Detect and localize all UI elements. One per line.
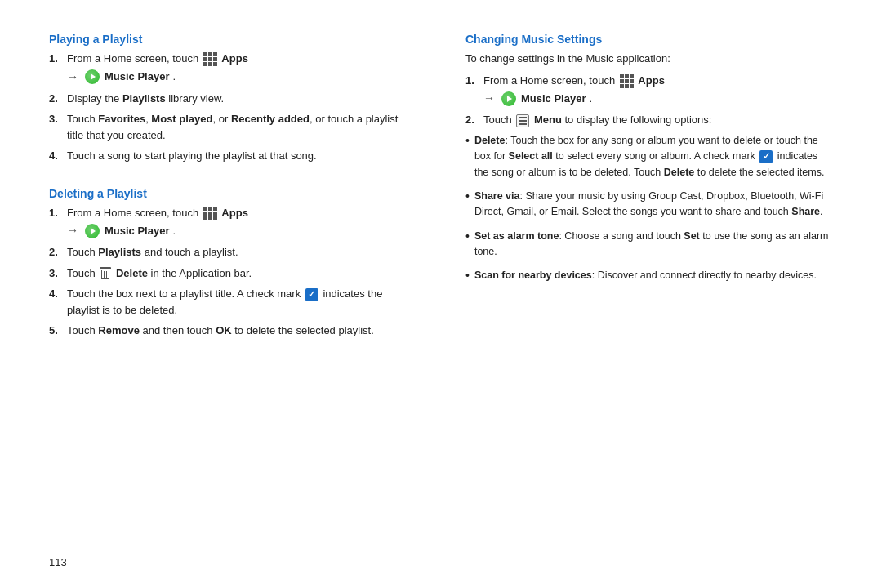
step-num: 4. — [49, 286, 64, 302]
step-num: 1. — [49, 51, 64, 67]
bullet-scan: Scan for nearby devices: Discover and co… — [466, 268, 833, 283]
step-text: Touch a song to start playing the playli… — [67, 148, 416, 164]
step-text: From a Home screen, touch Apps — [67, 51, 416, 67]
step-text: Touch Delete in the Application bar. — [67, 265, 416, 282]
arrow-icon: → — [483, 90, 495, 107]
deleting-playlist-section: Deleting a Playlist 1. From a Home scree… — [49, 187, 416, 344]
bullet-text: Set as alarm tone: Choose a song and tou… — [474, 229, 833, 261]
playing-playlist-section: Playing a Playlist 1. From a Home screen… — [49, 33, 416, 169]
apps-label: Apps — [221, 52, 248, 65]
intro-text: To change settings in the Music applicat… — [466, 51, 833, 68]
step-content: Touch the box next to a playlist title. … — [67, 286, 416, 318]
changing-music-steps: 1. From a Home screen, touch Apps → Musi… — [466, 73, 833, 128]
step-content: Touch Delete in the Application bar. — [67, 265, 416, 282]
bullet-alarm: Set as alarm tone: Choose a song and tou… — [466, 229, 833, 261]
apps-label: Apps — [221, 207, 248, 219]
arrow-line: → Music Player. — [67, 222, 416, 239]
step-play-4: 4. Touch a song to start playing the pla… — [49, 148, 416, 164]
playing-playlist-steps: 1. From a Home screen, touch Apps → Musi… — [49, 51, 416, 164]
step-content: Touch Remove and then touch OK to delete… — [67, 323, 416, 339]
music-player-icon — [501, 91, 516, 106]
step-num: 2. — [49, 91, 64, 107]
apps-icon — [203, 207, 217, 220]
step-text: From a Home screen, touch Apps — [483, 73, 833, 89]
step-text: Touch Playlists and touch a playlist. — [67, 244, 416, 261]
apps-icon — [620, 74, 634, 88]
step-num: 2. — [49, 244, 64, 261]
step-play-2: 2. Display the Playlists library view. — [49, 91, 416, 107]
check-icon — [760, 150, 773, 163]
step-text: Touch Menu to display the following opti… — [483, 112, 833, 128]
step-text: Display the Playlists library view. — [67, 91, 416, 107]
apps-icon — [203, 52, 217, 66]
step-num: 2. — [466, 112, 480, 128]
changing-music-section: Changing Music Settings To change settin… — [466, 33, 833, 292]
trash-icon — [100, 267, 111, 280]
step-num: 5. — [49, 323, 64, 339]
step-del-1: 1. From a Home screen, touch Apps → Musi… — [49, 205, 416, 240]
changing-music-title: Changing Music Settings — [466, 33, 833, 46]
step-text: From a Home screen, touch Apps — [67, 205, 416, 221]
step-music-1: 1. From a Home screen, touch Apps → Musi… — [466, 73, 833, 108]
step-text: Touch Remove and then touch OK to delete… — [67, 323, 416, 339]
step-del-2: 2. Touch Playlists and touch a playlist. — [49, 244, 416, 261]
arrow-line: → Music Player. — [67, 69, 416, 86]
bullet-text: Delete: Touch the box for any song or al… — [474, 133, 833, 180]
step-num: 3. — [49, 265, 64, 282]
music-player-label: Music Player — [105, 69, 170, 85]
step-num: 3. — [49, 111, 64, 127]
step-content: Display the Playlists library view. — [67, 91, 416, 107]
step-content: From a Home screen, touch Apps → Music P… — [67, 51, 416, 86]
playing-playlist-title: Playing a Playlist — [49, 33, 416, 46]
step-content: Touch Playlists and touch a playlist. — [67, 244, 416, 261]
right-column: Changing Music Settings To change settin… — [466, 33, 833, 555]
bullet-delete: Delete: Touch the box for any song or al… — [466, 133, 833, 180]
step-del-5: 5. Touch Remove and then touch OK to del… — [49, 323, 416, 339]
bullet-text: Scan for nearby devices: Discover and co… — [474, 268, 817, 283]
apps-label: Apps — [638, 74, 665, 87]
bullet-text: Share via: Share your music by using Gro… — [474, 189, 833, 220]
step-content: Touch Menu to display the following opti… — [483, 112, 833, 128]
deleting-playlist-title: Deleting a Playlist — [49, 187, 416, 200]
step-content: Touch a song to start playing the playli… — [67, 148, 416, 164]
music-player-label: Music Player — [105, 223, 170, 239]
step-del-3: 3. Touch Delete in the Application bar. — [49, 265, 416, 282]
step-num: 4. — [49, 148, 64, 164]
step-num: 1. — [466, 73, 480, 89]
check-icon — [305, 288, 318, 301]
bullet-share: Share via: Share your music by using Gro… — [466, 189, 833, 220]
arrow-icon: → — [67, 222, 78, 239]
arrow-line: → Music Player. — [483, 90, 833, 107]
step-text: Touch the box next to a playlist title. … — [67, 286, 416, 318]
music-player-label: Music Player — [521, 91, 586, 107]
step-play-1: 1. From a Home screen, touch Apps → Musi… — [49, 51, 416, 86]
deleting-playlist-steps: 1. From a Home screen, touch Apps → Musi… — [49, 205, 416, 339]
left-column: Playing a Playlist 1. From a Home screen… — [49, 33, 416, 555]
step-music-2: 2. Touch Menu to display the following o… — [466, 112, 833, 128]
menu-icon — [516, 114, 529, 127]
step-text: Touch Favorites, Most played, or Recentl… — [67, 111, 416, 143]
music-player-icon — [85, 69, 100, 84]
step-content: Touch Favorites, Most played, or Recentl… — [67, 111, 416, 143]
step-play-3: 3. Touch Favorites, Most played, or Rece… — [49, 111, 416, 143]
music-player-icon — [85, 224, 100, 238]
step-content: From a Home screen, touch Apps → Music P… — [67, 205, 416, 240]
arrow-icon: → — [67, 69, 78, 86]
page-number: 113 — [49, 556, 67, 568]
step-content: From a Home screen, touch Apps → Music P… — [483, 73, 833, 108]
options-list: Delete: Touch the box for any song or al… — [466, 133, 833, 284]
step-num: 1. — [49, 205, 64, 221]
step-del-4: 4. Touch the box next to a playlist titl… — [49, 286, 416, 318]
